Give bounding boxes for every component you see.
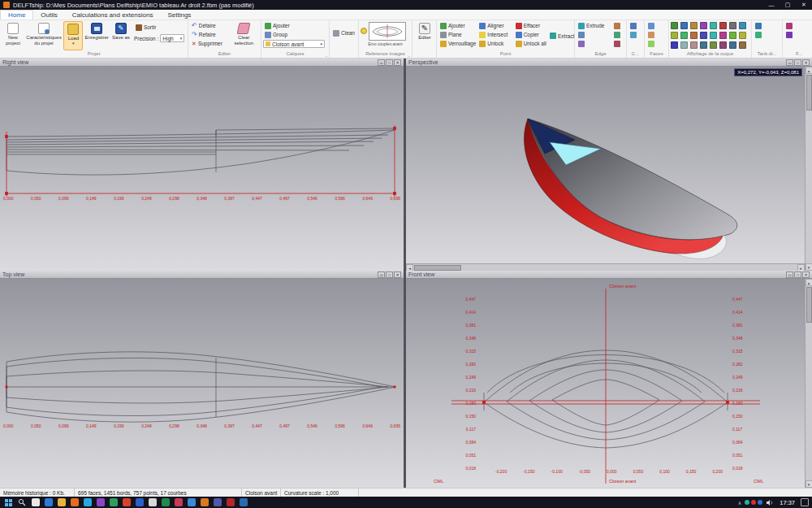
tab-home[interactable]: Home: [0, 10, 33, 20]
top-view-canvas[interactable]: 0,0000,0500,0990,1490,1990,2480,2980,348…: [0, 279, 404, 488]
reference-images-dialog-launcher-icon[interactable]: ⌄: [408, 53, 411, 58]
edge-tool2-button[interactable]: [577, 39, 612, 48]
new-project-button[interactable]: New project: [2, 21, 24, 50]
point-unlock-button[interactable]: Unlock: [477, 39, 513, 48]
scroll-up-icon[interactable]: ▲: [806, 279, 812, 286]
edge-extrude-button[interactable]: Extrude: [577, 21, 612, 30]
point-add-button[interactable]: Ajouter: [438, 21, 477, 30]
group-layers-button[interactable]: Group: [263, 30, 327, 39]
perspective-restore-icon[interactable]: ▭: [786, 59, 793, 66]
precision-combo[interactable]: High ▾: [160, 34, 184, 42]
face-new-button[interactable]: [646, 21, 667, 30]
edge-collapse-button[interactable]: [612, 39, 624, 48]
calques-dialog-launcher-icon[interactable]: ⌄: [325, 53, 328, 58]
tank-tool2-button[interactable]: [754, 30, 780, 39]
edge-split-button[interactable]: [612, 30, 624, 39]
face-invert-button[interactable]: [646, 39, 667, 48]
clear-selection-button[interactable]: Clear selection: [228, 21, 259, 50]
fairing2-icon: [786, 32, 793, 38]
top-view-restore-icon[interactable]: ▭: [378, 271, 385, 278]
perspective-close-icon[interactable]: ✕: [802, 59, 810, 66]
perspective-titlebar[interactable]: Perspective ▭ □ ✕: [406, 59, 812, 67]
clean-brush-icon: [333, 30, 339, 37]
edge-crease-button[interactable]: [612, 21, 624, 30]
load-button[interactable]: Load ▾: [63, 21, 83, 50]
scroll-right-icon[interactable]: ►: [797, 264, 805, 271]
lightbulb-icon[interactable]: [361, 28, 367, 34]
perspective-maximize-icon[interactable]: □: [794, 59, 801, 66]
project-properties-button[interactable]: Caractéristiques du projet: [24, 21, 63, 50]
tab-settings[interactable]: Settings: [160, 10, 198, 20]
tab-outils[interactable]: Outils: [33, 10, 64, 20]
scroll-up-icon[interactable]: ▲: [806, 67, 812, 74]
minimize-button[interactable]: —: [763, 0, 780, 10]
front-view-vscroll-thumb[interactable]: [806, 287, 812, 323]
delete-button[interactable]: ✕ Supprimer: [190, 39, 228, 48]
save-as-button[interactable]: ✎ Save as: [110, 21, 132, 50]
curve-tool-button[interactable]: [628, 21, 642, 30]
tab-calculations[interactable]: Calculations and extensions: [65, 10, 161, 20]
point-lock-button[interactable]: Verrouillage: [438, 39, 477, 48]
point-copy-button[interactable]: Copier: [514, 30, 548, 39]
clean-button[interactable]: Clean: [331, 28, 356, 37]
front-view-maximize-icon[interactable]: □: [794, 271, 801, 278]
point-intersect-button[interactable]: Intersect: [477, 30, 513, 39]
front-view-vscrollbar[interactable]: ▲ ▼: [805, 279, 812, 488]
top-view-close-icon[interactable]: ✕: [394, 271, 401, 278]
front-view-restore-icon[interactable]: ▭: [786, 271, 793, 278]
right-view-canvas[interactable]: 0,0000,0500,0990,1490,1990,2480,2980,348…: [0, 67, 404, 271]
maximize-button[interactable]: ▢: [780, 0, 796, 10]
action-center-icon[interactable]: [801, 498, 809, 506]
hull-display-icon-grid[interactable]: [671, 21, 749, 50]
group-clean: Clean: [330, 20, 359, 58]
scroll-down-icon[interactable]: ▼: [806, 480, 812, 488]
close-button[interactable]: ✕: [796, 0, 812, 10]
search-icon[interactable]: [18, 498, 26, 506]
tank-tool-button[interactable]: [754, 21, 780, 30]
point-unlock-all-button[interactable]: Unlock all: [514, 39, 548, 48]
perspective-canvas[interactable]: X=0,272, Y=-0,043, Z=0,081 ◄ ► ▲ ▼: [406, 67, 812, 271]
right-view-restore-icon[interactable]: ▭: [378, 59, 385, 66]
point-extract-button[interactable]: Extract: [548, 32, 572, 41]
volume-icon[interactable]: [766, 499, 774, 506]
point-plane-button[interactable]: Plane: [438, 30, 477, 39]
add-layer-button[interactable]: Ajouter: [263, 21, 327, 30]
perspective-vscrollbar[interactable]: ▲ ▼: [805, 67, 812, 271]
right-view-titlebar[interactable]: Right view ▭ □ ✕: [0, 59, 404, 67]
right-view-close-icon[interactable]: ✕: [394, 59, 401, 66]
front-view-titlebar[interactable]: Front view ▭ □ ✕: [406, 271, 812, 279]
perspective-hscrollbar[interactable]: ◄ ►: [406, 263, 805, 271]
curve-tool2-button[interactable]: [628, 30, 642, 39]
tray-icons[interactable]: [744, 500, 763, 505]
scroll-left-icon[interactable]: ◄: [406, 264, 413, 271]
undo-button[interactable]: ↶ Défaire: [190, 21, 228, 30]
exit-button[interactable]: Sortir: [134, 23, 186, 32]
front-view-canvas[interactable]: Cloison avant Cloison avant CWL CWL 0,44…: [406, 279, 812, 488]
perspective-hscroll-thumb[interactable]: [414, 265, 461, 271]
top-view-maximize-icon[interactable]: □: [386, 271, 393, 278]
edit-mode-button[interactable]: ✎ Editer: [414, 21, 435, 50]
taskbar-clock[interactable]: 17:37: [776, 499, 798, 506]
edge-tool-button[interactable]: [577, 30, 612, 39]
scroll-down-icon[interactable]: ▼: [806, 263, 812, 271]
save-button[interactable]: Enregistrer: [83, 21, 110, 50]
tray-chevron-icon[interactable]: ∧: [738, 500, 741, 506]
redo-button[interactable]: ↷ Refaire: [190, 30, 228, 39]
fairing-tool-button[interactable]: [784, 21, 812, 30]
right-view-maximize-icon[interactable]: □: [386, 59, 393, 66]
fairing-tool2-button[interactable]: [784, 30, 812, 39]
point-erase-button[interactable]: Effacer: [514, 21, 548, 30]
point-align-button[interactable]: Aligner: [477, 21, 513, 30]
reference-image-thumbnail[interactable]: [369, 22, 406, 41]
start-button[interactable]: [5, 499, 12, 506]
face-flip-button[interactable]: [646, 30, 667, 39]
taskbar-app-icons[interactable]: [29, 498, 250, 506]
top-view-titlebar[interactable]: Top view ▭ □ ✕: [0, 271, 404, 279]
perspective-vscroll-thumb[interactable]: [806, 75, 812, 111]
front-view-close-icon[interactable]: ✕: [802, 271, 810, 278]
group-reference-images: Emo couples avant Reference images ⌄: [359, 20, 412, 58]
intersect-icon: [479, 32, 486, 38]
status-spacer: [359, 488, 812, 497]
active-layer-combo[interactable]: Cloison avant ▾: [263, 40, 325, 48]
plane-icon: [440, 32, 447, 38]
